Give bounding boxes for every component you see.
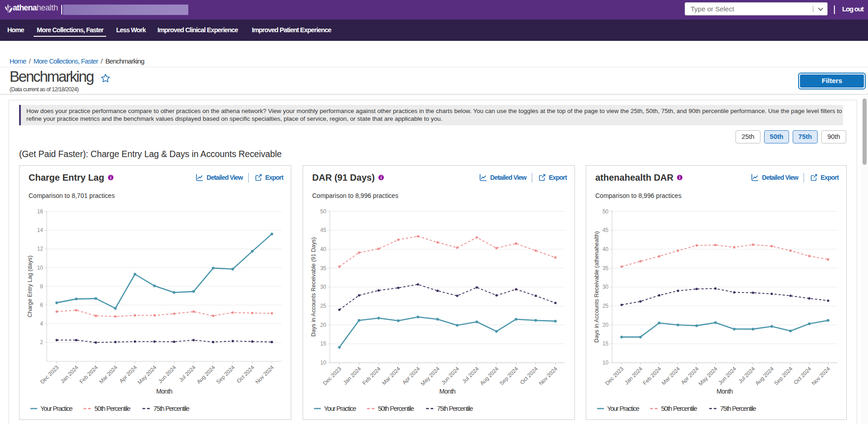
svg-text:12: 12	[37, 246, 44, 252]
svg-text:May 2024: May 2024	[419, 365, 441, 387]
svg-text:Your Practice: Your Practice	[40, 405, 73, 412]
svg-text:14: 14	[37, 227, 44, 233]
svg-text:10: 10	[320, 360, 327, 366]
svg-text:Oct 2024: Oct 2024	[235, 364, 256, 385]
svg-text:10: 10	[37, 265, 44, 271]
svg-text:Sep 2024: Sep 2024	[773, 365, 794, 386]
svg-text:Apr 2024: Apr 2024	[401, 365, 422, 386]
svg-text:Days in Accounts Receivable (9: Days in Accounts Receivable (91 Days)	[310, 237, 317, 337]
svg-text:Your Practice: Your Practice	[607, 405, 639, 412]
svg-text:45: 45	[603, 227, 609, 233]
svg-text:Oct 2024: Oct 2024	[519, 365, 539, 386]
svg-text:50th Percentile: 50th Percentile	[661, 405, 697, 412]
svg-text:Aug 2024: Aug 2024	[196, 364, 216, 385]
svg-text:Jul 2024: Jul 2024	[461, 365, 480, 385]
svg-text:Jan 2024: Jan 2024	[59, 364, 79, 385]
svg-text:8: 8	[40, 283, 43, 290]
svg-text:50th Percentile: 50th Percentile	[378, 405, 414, 412]
svg-text:15: 15	[603, 340, 609, 347]
svg-text:25: 25	[603, 303, 609, 309]
svg-text:Mar 2024: Mar 2024	[660, 365, 681, 386]
svg-text:20: 20	[603, 322, 609, 328]
svg-text:2: 2	[40, 339, 43, 345]
svg-text:6: 6	[40, 302, 43, 308]
svg-text:Dec 2023: Dec 2023	[39, 364, 60, 385]
svg-text:Your Practice: Your Practice	[324, 405, 356, 412]
svg-text:Jun 2024: Jun 2024	[440, 365, 461, 386]
svg-text:50: 50	[320, 208, 327, 215]
svg-text:Jul 2024: Jul 2024	[178, 364, 197, 383]
svg-text:Jan 2024: Jan 2024	[342, 365, 363, 386]
svg-text:Sep 2024: Sep 2024	[215, 364, 236, 385]
svg-text:50: 50	[603, 208, 609, 215]
svg-text:10: 10	[603, 360, 609, 366]
svg-text:Charge Entry Lag (days): Charge Entry Lag (days)	[27, 256, 33, 317]
svg-text:Jun 2024: Jun 2024	[157, 364, 177, 385]
svg-text:May 2024: May 2024	[697, 365, 719, 387]
svg-text:Days in Accounts Receivable (a: Days in Accounts Receivable (athenahealt…	[593, 231, 600, 342]
svg-text:Feb 2024: Feb 2024	[361, 365, 382, 386]
svg-text:75th Percentile: 75th Percentile	[437, 405, 473, 412]
svg-text:40: 40	[603, 246, 609, 252]
svg-text:Dec 2023: Dec 2023	[604, 365, 625, 386]
svg-text:May 2024: May 2024	[136, 364, 157, 385]
svg-text:25: 25	[320, 303, 327, 309]
svg-text:Jul 2024: Jul 2024	[737, 365, 756, 385]
svg-text:Aug 2024: Aug 2024	[754, 365, 775, 386]
svg-text:Nov 2024: Nov 2024	[538, 365, 559, 386]
svg-text:45: 45	[320, 227, 327, 233]
svg-text:Month: Month	[156, 388, 172, 395]
svg-text:30: 30	[603, 284, 609, 290]
svg-text:Feb 2024: Feb 2024	[78, 364, 99, 385]
svg-text:Oct 2024: Oct 2024	[792, 365, 813, 386]
svg-text:30: 30	[320, 284, 327, 290]
svg-text:75th Percentile: 75th Percentile	[720, 405, 756, 412]
svg-text:Jun 2024: Jun 2024	[717, 365, 737, 386]
svg-text:Mar 2024: Mar 2024	[98, 364, 119, 385]
svg-text:Dec 2023: Dec 2023	[322, 365, 343, 386]
svg-text:Month: Month	[716, 388, 732, 395]
svg-text:Feb 2024: Feb 2024	[642, 365, 662, 386]
svg-text:Mar 2024: Mar 2024	[381, 365, 402, 386]
svg-text:Aug 2024: Aug 2024	[479, 365, 500, 386]
svg-text:40: 40	[320, 246, 327, 252]
svg-text:4: 4	[40, 320, 43, 327]
svg-text:16: 16	[37, 208, 44, 215]
svg-text:20: 20	[320, 322, 327, 328]
svg-text:75th Percentile: 75th Percentile	[153, 405, 190, 412]
svg-text:Nov 2024: Nov 2024	[254, 364, 275, 385]
svg-text:15: 15	[320, 340, 327, 347]
svg-text:Nov 2024: Nov 2024	[810, 365, 831, 386]
svg-text:Sep 2024: Sep 2024	[498, 365, 519, 386]
svg-text:Apr 2024: Apr 2024	[118, 364, 138, 385]
svg-text:50th Percentile: 50th Percentile	[94, 405, 131, 412]
svg-text:Jan 2024: Jan 2024	[623, 365, 644, 386]
svg-text:Month: Month	[439, 388, 455, 395]
svg-text:35: 35	[603, 265, 609, 271]
svg-text:35: 35	[320, 265, 327, 271]
